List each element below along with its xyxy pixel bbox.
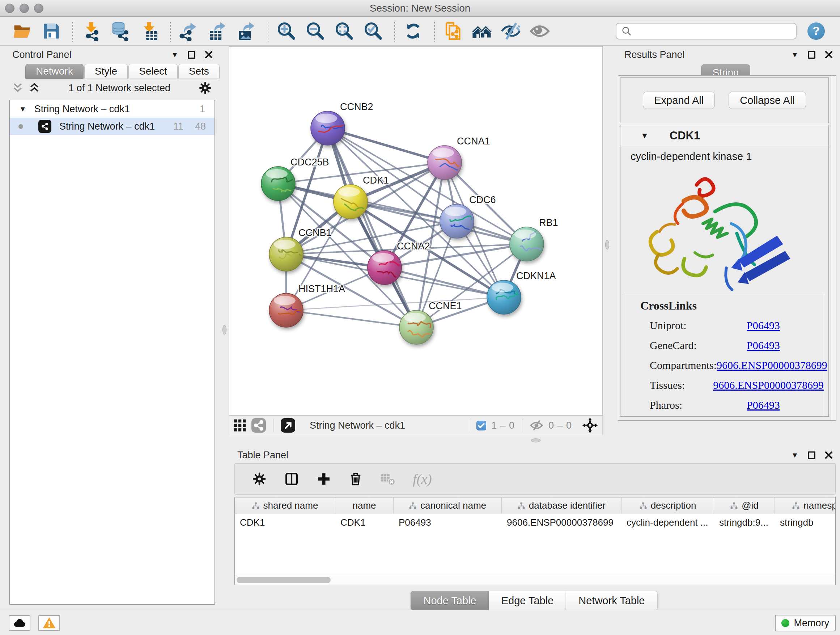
crosslink-link[interactable]: P06493 xyxy=(747,339,780,352)
selected-checkbox[interactable] xyxy=(477,421,486,431)
table-cell[interactable]: P06493 xyxy=(393,514,502,531)
string-badge-button[interactable] xyxy=(251,418,266,432)
memory-button[interactable]: Memory xyxy=(775,615,836,631)
show-hidden-button[interactable] xyxy=(530,21,550,41)
help-button[interactable]: ? xyxy=(807,22,825,40)
panel-menu-icon[interactable]: ▼ xyxy=(791,51,798,59)
column-header-shared-name[interactable]: shared name xyxy=(235,497,335,514)
zoom-out-button[interactable] xyxy=(305,21,325,41)
network-node[interactable] xyxy=(440,204,476,238)
open-in-window-button[interactable] xyxy=(281,418,295,432)
crosslink-link[interactable]: 9606.ENSP00000378699 xyxy=(717,359,827,371)
import-table-button[interactable] xyxy=(139,21,159,41)
tab-network[interactable]: Network xyxy=(25,64,84,79)
column-header-canonical-name[interactable]: canonical name xyxy=(393,497,502,514)
save-session-button[interactable] xyxy=(41,21,62,41)
pan-crosshair-icon[interactable] xyxy=(582,417,598,433)
table-cell[interactable]: CDK1 xyxy=(235,514,335,531)
expand-all-button[interactable]: Expand All xyxy=(643,92,715,109)
splitter-handle[interactable] xyxy=(531,439,540,442)
tab-edge-table[interactable]: Edge Table xyxy=(489,591,567,610)
collapse-triangle-icon[interactable]: ▼ xyxy=(19,105,27,113)
import-network-button[interactable] xyxy=(81,21,101,41)
show-columns-icon[interactable] xyxy=(284,471,299,486)
add-column-icon[interactable] xyxy=(317,472,331,486)
results-scrollbar[interactable] xyxy=(831,76,836,420)
import-network-from-database-button[interactable] xyxy=(110,21,130,41)
network-node[interactable] xyxy=(311,111,348,145)
table-cell[interactable]: cyclin-dependent ... xyxy=(622,514,714,531)
table-cell[interactable]: CDK1 xyxy=(335,514,393,531)
function-builder-disabled: f(x) xyxy=(413,471,432,487)
hidden-eye-icon[interactable] xyxy=(530,418,543,432)
cloud-button[interactable] xyxy=(9,615,30,631)
table-cell[interactable]: stringdb:9... xyxy=(714,514,775,531)
column-header-description[interactable]: description xyxy=(622,497,714,514)
network-row-selected[interactable]: String Network – cdk1 11 48 xyxy=(10,118,215,135)
splitter-handle[interactable] xyxy=(605,240,609,249)
tab-style[interactable]: Style xyxy=(84,64,128,79)
apply-layout-button[interactable] xyxy=(403,21,423,41)
gear-icon[interactable] xyxy=(198,81,212,95)
export-image-button[interactable] xyxy=(237,21,257,41)
network-document-button[interactable] xyxy=(443,21,463,41)
column-header--id[interactable]: @id xyxy=(714,497,775,514)
network-collection-row[interactable]: ▼ String Network – cdk1 1 xyxy=(10,100,215,118)
network-node[interactable] xyxy=(428,146,467,180)
float-panel-icon[interactable] xyxy=(188,51,195,59)
table-row[interactable]: CDK1CDK1P064939606.ENSP00000378699cyclin… xyxy=(235,514,835,531)
crosslink-link[interactable]: P06493 xyxy=(747,319,780,332)
search-input[interactable] xyxy=(635,25,791,36)
panel-menu-icon[interactable]: ▼ xyxy=(791,451,798,459)
network-node[interactable] xyxy=(269,237,309,271)
network-canvas[interactable]: CCNB2CCNA1CDC25BCDK1CDC6RB1CCNB1CCNA2CDK… xyxy=(229,46,603,416)
tab-network-table[interactable]: Network Table xyxy=(566,591,657,610)
network-node[interactable] xyxy=(510,227,544,261)
search-box[interactable] xyxy=(616,23,797,40)
birdseye-view-button[interactable] xyxy=(233,419,246,432)
export-table-button[interactable] xyxy=(208,21,228,41)
column-header-namespace[interactable]: namespace xyxy=(775,497,835,514)
zoom-in-button[interactable] xyxy=(276,21,297,41)
close-panel-icon[interactable] xyxy=(825,51,833,59)
gene-section-header[interactable]: ▼ CDK1 xyxy=(621,125,829,146)
network-node[interactable] xyxy=(269,293,308,327)
tab-select[interactable]: Select xyxy=(128,64,178,79)
table-hscrollbar[interactable] xyxy=(235,575,835,585)
network-node[interactable] xyxy=(368,250,404,285)
panel-menu-icon[interactable]: ▼ xyxy=(171,51,178,59)
network-node[interactable] xyxy=(487,280,521,314)
network-node[interactable] xyxy=(399,310,436,344)
zoom-fit-button[interactable] xyxy=(334,21,355,41)
hide-selected-button[interactable] xyxy=(501,21,521,41)
crosslink-link[interactable]: P06493 xyxy=(747,399,780,411)
tab-sets[interactable]: Sets xyxy=(178,64,219,79)
close-panel-icon[interactable] xyxy=(825,451,833,459)
network-graph[interactable]: CCNB2CCNA1CDC25BCDK1CDC6RB1CCNB1CCNA2CDK… xyxy=(229,47,602,415)
scrollbar-thumb[interactable] xyxy=(237,577,331,583)
close-panel-icon[interactable] xyxy=(205,51,213,59)
crosslink-link[interactable]: 9606.ENSP00000378699 xyxy=(713,379,824,391)
warnings-button[interactable] xyxy=(38,615,60,631)
table-body[interactable]: CDK1CDK1P064939606.ENSP00000378699cyclin… xyxy=(235,514,835,575)
show-all-networks-button[interactable] xyxy=(472,21,492,41)
expand-all-icon[interactable] xyxy=(11,82,24,94)
gear-icon[interactable] xyxy=(252,472,267,486)
open-session-button[interactable] xyxy=(12,21,33,41)
column-header-name[interactable]: name xyxy=(335,497,393,514)
collapse-all-icon[interactable] xyxy=(28,82,41,94)
splitter-handle[interactable] xyxy=(223,325,226,334)
float-panel-icon[interactable] xyxy=(808,451,815,459)
column-header-database-identifier[interactable]: database identifier xyxy=(502,497,622,514)
collapse-triangle-icon[interactable]: ▼ xyxy=(641,131,649,141)
float-panel-icon[interactable] xyxy=(808,51,815,59)
table-cell[interactable]: stringdb xyxy=(775,514,835,531)
table-cell[interactable]: 9606.ENSP00000378699 xyxy=(502,514,622,531)
export-network-button[interactable] xyxy=(179,21,199,41)
tab-node-table[interactable]: Node Table xyxy=(411,591,489,610)
zoom-selected-button[interactable] xyxy=(363,21,384,41)
network-view-toolbar: String Network – cdk1 1 – 0 0 – 0 xyxy=(229,416,603,435)
delete-column-icon[interactable] xyxy=(348,472,363,486)
collapse-all-button[interactable]: Collapse All xyxy=(729,92,806,109)
network-node[interactable] xyxy=(333,185,373,219)
